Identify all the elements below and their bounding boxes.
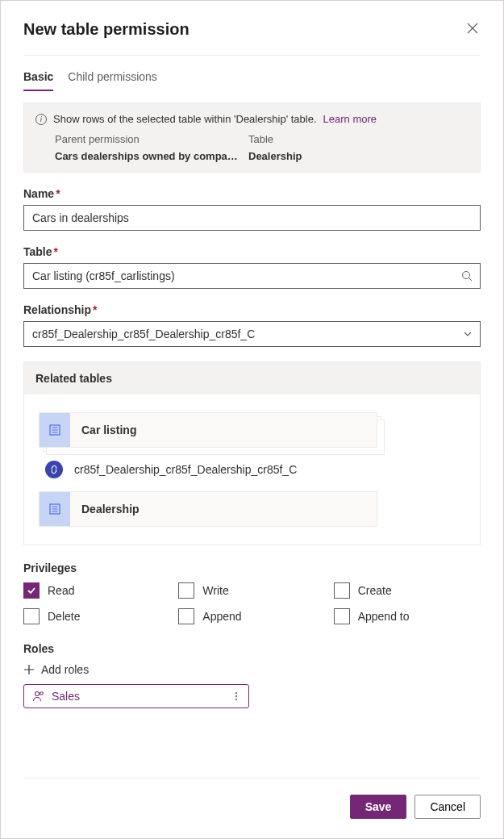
svg-point-14 [235,699,237,700]
save-button[interactable]: Save [350,795,407,819]
info-table-label: Table [248,133,302,145]
required-marker: * [56,187,60,200]
privileges-grid: Read Write Create Delete Append Append t… [23,582,481,624]
related-tables-box: Related tables Car listing cr85f_Dealers… [23,361,481,545]
cancel-button[interactable]: Cancel [414,795,481,819]
parent-permission-label: Parent permission [55,133,248,145]
learn-more-link[interactable]: Learn more [323,113,377,125]
privilege-read[interactable]: Read [23,582,170,599]
header-divider [23,55,481,56]
related-tables-body: Car listing cr85f_Dealership_cr85f_Deale… [24,394,480,545]
related-tables-header: Related tables [24,362,480,394]
privilege-write[interactable]: Write [178,582,325,599]
checkbox-icon [178,582,194,599]
field-table: Table* [23,245,481,289]
relationship-label: Relationship* [23,303,481,316]
field-name: Name* [23,187,481,231]
related-card-dealership: Dealership [39,491,377,527]
privilege-label: Append to [358,610,410,623]
close-icon [467,23,478,34]
privilege-delete[interactable]: Delete [23,608,170,624]
parent-info-box: i Show rows of the selected table within… [23,102,481,173]
plus-icon [23,664,35,675]
roles-header: Roles [23,642,481,655]
info-col-parent: Parent permission Cars dealerships owned… [55,133,248,162]
privilege-label: Create [358,584,392,597]
info-table-value: Dealership [248,150,302,162]
svg-point-10 [35,692,40,696]
privilege-append-to[interactable]: Append to [334,608,481,624]
relationship-link-row: cr85f_Dealership_cr85f_Dealership_cr85f_… [39,461,465,478]
privilege-label: Write [202,584,228,597]
privilege-label: Delete [48,610,80,623]
panel-header: New table permission [23,20,481,45]
add-roles-label: Add roles [41,663,89,676]
svg-point-12 [235,692,237,694]
tab-child-permissions[interactable]: Child permissions [68,67,156,91]
people-icon [32,690,45,703]
name-input[interactable] [23,205,481,231]
parent-permission-value: Cars dealerships owned by compa… [55,150,240,162]
checkbox-icon [178,608,194,624]
privilege-label: Read [48,584,74,597]
name-label: Name* [23,187,481,200]
info-text: Show rows of the selected table within '… [53,113,317,125]
role-chip-sales[interactable]: Sales [23,684,249,708]
info-col-table: Table Dealership [248,133,302,162]
info-description-row: i Show rows of the selected table within… [35,113,469,125]
more-icon[interactable] [231,691,242,702]
checkbox-icon [23,608,40,624]
footer: Save Cancel [23,778,481,819]
required-marker: * [93,303,97,316]
panel-title: New table permission [23,20,190,39]
roles-section: Roles Add roles Sales [23,642,481,708]
checkbox-icon [23,582,40,599]
field-relationship: Relationship* [23,303,481,347]
privilege-append[interactable]: Append [178,608,325,624]
new-table-permission-panel: New table permission Basic Child permiss… [0,0,504,839]
info-grid: Parent permission Cars dealerships owned… [35,133,469,162]
table-input[interactable] [23,263,481,289]
role-chip-label: Sales [52,690,80,703]
relationship-link-text: cr85f_Dealership_cr85f_Dealership_cr85f_… [74,463,297,476]
table-label: Table* [23,245,481,258]
privilege-label: Append [202,610,241,623]
table-icon [40,492,70,526]
add-roles-button[interactable]: Add roles [23,663,481,676]
privileges-header: Privileges [23,561,481,574]
close-button[interactable] [464,20,481,36]
table-icon [40,413,70,447]
privileges-section: Privileges Read Write Create Delete Appe… [23,561,481,642]
checkbox-icon [334,582,350,599]
related-card-label: Car listing [81,424,136,436]
tabs: Basic Child permissions [23,67,481,91]
link-icon [45,461,63,478]
checkbox-icon [334,608,350,624]
privilege-create[interactable]: Create [334,582,481,599]
tab-basic[interactable]: Basic [23,67,53,91]
svg-point-11 [40,692,44,695]
relationship-select[interactable] [23,321,481,347]
required-marker: * [54,245,58,258]
related-card-label: Dealership [81,503,140,516]
related-card-car-listing: Car listing [39,412,377,448]
svg-point-13 [235,695,237,697]
info-icon: i [35,114,47,125]
